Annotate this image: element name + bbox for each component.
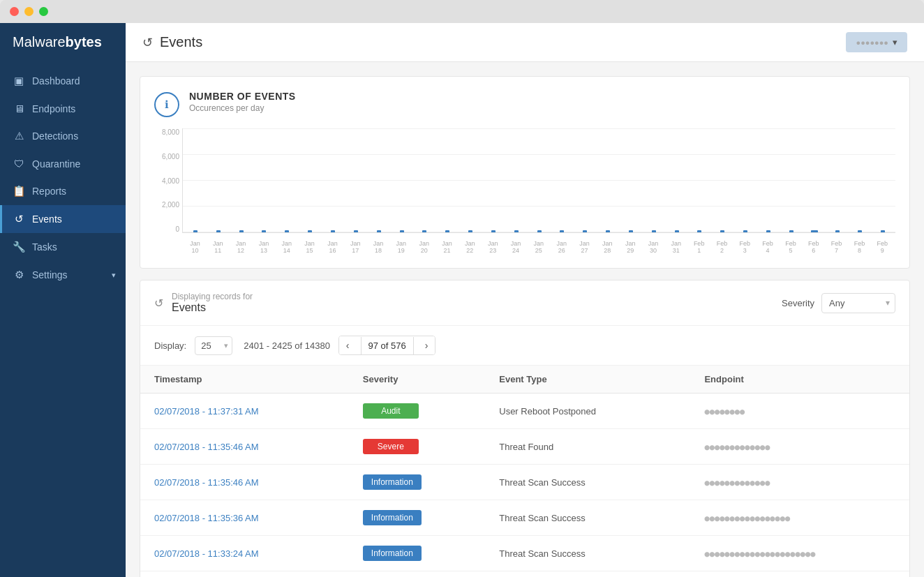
bar-group [528,230,551,232]
bar [331,230,335,232]
chart-card: ℹ NUMBER OF EVENTS Occurences per day 8,… [140,76,910,269]
endpoint-cell: ●●●●●●●● [704,407,745,417]
sidebar-item-quarantine[interactable]: 🛡 Quarantine [0,150,126,177]
x-label: Jan11 [207,240,230,254]
chart-area: 8,000 6,000 4,000 2,000 0 [154,128,895,254]
bar [858,230,862,232]
bar-group [184,230,207,232]
x-label: Jan16 [321,240,344,254]
bar-group [872,230,894,232]
close-button[interactable] [10,7,19,16]
timestamp-link[interactable]: 02/07/2018 - 11:35:36 AM [154,513,259,523]
bar-group [757,230,780,232]
detections-icon: ⚠ [13,130,25,142]
event-type-cell: Threat Found [485,429,690,465]
refresh-icon[interactable]: ↺ [154,297,163,310]
table-header: Timestamp Severity Event Type Endpoint [140,366,909,394]
bar-group [597,230,619,232]
chart-title: NUMBER OF EVENTS [189,91,296,102]
sidebar-item-dashboard[interactable]: ▣ Dashboard [0,67,126,95]
bar [697,230,701,232]
bar-group [505,230,528,232]
bar [881,230,885,232]
timestamp-link[interactable]: 02/07/2018 - 11:37:31 AM [154,406,259,417]
endpoint-cell: ●●●●●●●●●●●●●●●●● [704,514,790,523]
sidebar-item-endpoints[interactable]: 🖥 Endpoints [0,95,126,122]
x-label: Jan24 [505,240,528,254]
x-label: Jan25 [527,240,550,254]
x-label: Jan27 [573,240,596,254]
bar-group [322,230,344,232]
bar [606,230,610,232]
timestamp-link[interactable]: 02/07/2018 - 11:33:24 AM [154,548,259,559]
sidebar-nav: ▣ Dashboard 🖥 Endpoints ⚠ Detections 🛡 Q… [0,61,126,577]
x-label: Jan30 [642,240,665,254]
user-menu-button[interactable]: ●●●●●●● ▾ [846,32,907,52]
severity-badge: Information [363,474,422,490]
table-row: 02/07/2018 - 11:35:36 AMInformationThrea… [140,500,909,536]
user-chevron-icon: ▾ [893,37,897,47]
chart-header: ℹ NUMBER OF EVENTS Occurences per day [154,91,895,117]
severity-select[interactable]: Any Audit Severe Information [821,293,895,313]
bar-group [551,230,574,232]
bar-group [253,230,276,232]
x-label: Feb8 [848,240,871,254]
severity-badge: Information [363,546,422,561]
per-page-select[interactable]: 25 50 100 [195,336,232,355]
app-container: Malwarebytes ▣ Dashboard 🖥 Endpoints ⚠ D… [0,23,924,577]
bar-group [345,230,367,232]
bar-group [734,230,757,232]
sidebar-item-detections[interactable]: ⚠ Detections [0,122,126,150]
severity-badge: Severe [363,439,419,454]
bar [675,230,679,232]
next-page-button[interactable]: › [418,336,435,354]
bar-group [711,230,733,232]
bar [239,230,244,232]
bar [400,230,404,232]
prev-page-button[interactable]: ‹ [339,336,357,354]
sidebar-logo: Malwarebytes [0,23,126,61]
maximize-button[interactable] [39,7,48,16]
x-label: Jan22 [459,240,482,254]
records-section: ↺ Displaying records for Events Severity… [140,280,910,577]
severity-select-wrapper: Any Audit Severe Information [821,293,895,313]
x-label: Jan28 [596,240,619,254]
col-timestamp: Timestamp [140,366,349,394]
sidebar-item-events[interactable]: ↺ Events [0,205,126,233]
sidebar: Malwarebytes ▣ Dashboard 🖥 Endpoints ⚠ D… [0,23,126,577]
event-type-cell: Agent Information Posted [485,571,690,578]
event-type-cell: User Reboot Postponed [485,394,690,429]
bar-group [666,230,688,232]
x-label: Jan19 [389,240,412,254]
bar [811,230,818,232]
page-content: ℹ NUMBER OF EVENTS Occurences per day 8,… [126,62,924,577]
bar [789,230,793,232]
page-nav: ‹ 97 of 576 › [338,336,436,355]
chart-bars [183,128,895,232]
x-label: Jan31 [664,240,687,254]
x-label: Jan20 [412,240,435,254]
table-body: 02/07/2018 - 11:37:31 AMAuditUser Reboot… [140,394,909,578]
timestamp-link[interactable]: 02/07/2018 - 11:35:46 AM [154,477,259,488]
bar [262,230,266,232]
endpoints-icon: 🖥 [13,103,25,114]
minimize-button[interactable] [24,7,33,16]
sidebar-item-reports[interactable]: 📋 Reports [0,177,126,205]
sidebar-item-tasks[interactable]: 🔧 Tasks [0,233,126,261]
endpoint-cell: ●●●●●●●●●●●●●●●●●●●●●● [704,549,815,559]
severity-badge: Information [363,510,422,525]
x-label: Feb2 [710,240,733,254]
timestamp-link[interactable]: 02/07/2018 - 11:35:46 AM [154,442,259,452]
bar [514,230,519,232]
records-title: Events [172,301,253,314]
bar [491,230,495,232]
chart-y-labels: 8,000 6,000 4,000 2,000 0 [154,128,179,233]
bar [835,230,840,232]
bar-group [574,230,596,232]
table-row: 02/07/2018 - 11:35:46 AMSevereThreat Fou… [140,429,909,465]
sidebar-item-settings[interactable]: ⚙ Settings ▾ [0,261,126,289]
x-label: Jan17 [344,240,367,254]
bar-group [620,230,642,232]
x-label: Feb5 [780,240,803,254]
bar [422,230,426,232]
